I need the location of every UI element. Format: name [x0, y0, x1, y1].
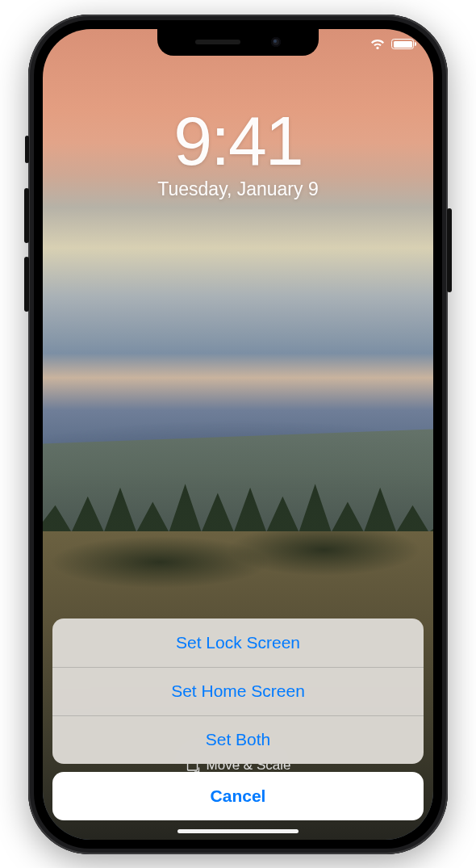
home-indicator[interactable]: [177, 829, 299, 833]
action-option-label: Set Home Screen: [171, 681, 305, 701]
clock-time: 9:41: [43, 106, 433, 175]
side-power-button[interactable]: [447, 208, 452, 292]
set-lock-screen-button[interactable]: Set Lock Screen: [52, 619, 424, 667]
ring-silent-switch[interactable]: [25, 136, 29, 163]
earpiece-speaker: [195, 40, 240, 44]
cancel-button[interactable]: Cancel: [52, 772, 424, 820]
battery-icon: [391, 39, 414, 49]
action-sheet-cancel-group: Cancel: [52, 772, 424, 820]
action-option-label: Set Lock Screen: [176, 633, 300, 652]
status-bar: [370, 39, 414, 50]
front-camera: [271, 37, 281, 47]
iphone-device-frame: 9:41 Tuesday, January 9 Move & Scale Set…: [28, 15, 448, 854]
notch: [157, 29, 319, 56]
wifi-icon: [370, 39, 386, 50]
lock-screen-clock: 9:41 Tuesday, January 9: [43, 106, 433, 200]
action-sheet: Set Lock Screen Set Home Screen Set Both…: [52, 619, 424, 820]
action-option-label: Set Both: [206, 730, 271, 749]
set-home-screen-button[interactable]: Set Home Screen: [52, 667, 424, 715]
screen: 9:41 Tuesday, January 9 Move & Scale Set…: [43, 29, 433, 840]
clock-date: Tuesday, January 9: [43, 178, 433, 200]
set-both-button[interactable]: Set Both: [52, 715, 424, 764]
cancel-label: Cancel: [211, 786, 266, 806]
volume-down-button[interactable]: [24, 257, 29, 312]
action-sheet-options: Set Lock Screen Set Home Screen Set Both: [52, 619, 424, 764]
volume-up-button[interactable]: [24, 188, 29, 243]
